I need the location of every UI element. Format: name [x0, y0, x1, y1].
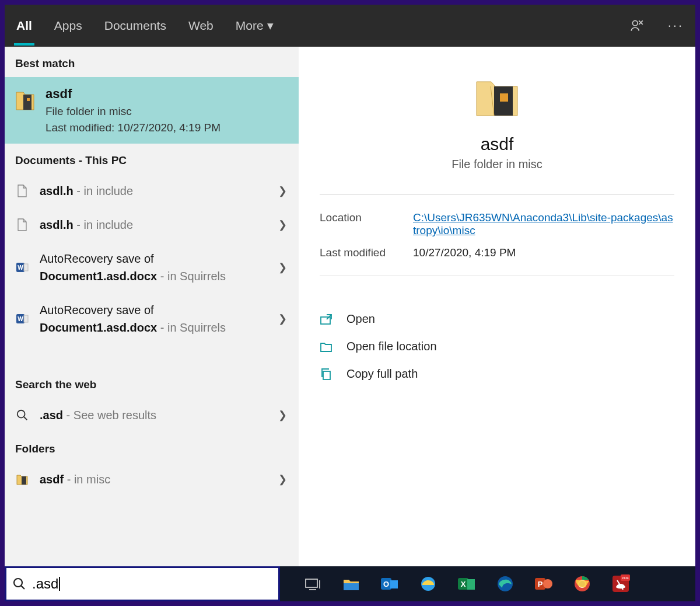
best-match-subtitle: File folder in misc	[46, 105, 220, 118]
action-copy-path[interactable]: Copy full path	[320, 360, 674, 388]
search-icon	[15, 409, 29, 422]
tab-more-label: More	[236, 19, 264, 33]
chevron-right-icon: ❯	[278, 261, 287, 274]
folder-icon	[15, 89, 35, 112]
file-explorer-icon[interactable]	[342, 574, 360, 593]
svg-rect-10	[22, 476, 26, 485]
edge-icon[interactable]	[496, 574, 514, 593]
svg-text:O: O	[383, 580, 389, 588]
preview-title: asdf	[299, 134, 695, 154]
result-item-file[interactable]: asdl.h - in include ❯	[5, 174, 299, 208]
svg-rect-23	[467, 579, 475, 590]
divider	[320, 276, 674, 276]
section-search-web: Search the web	[5, 368, 299, 398]
tab-web[interactable]: Web	[188, 19, 214, 33]
svg-rect-13	[323, 371, 330, 379]
svg-rect-19	[390, 580, 398, 588]
pdf-app-icon[interactable]: PDF	[611, 574, 630, 593]
result-item-web[interactable]: .asd - See web results ❯	[5, 398, 299, 432]
result-item-word[interactable]: W AutoRecovery save ofDocument1.asd.docx…	[5, 293, 299, 344]
divider	[320, 194, 674, 195]
svg-text:P: P	[538, 580, 543, 588]
chevron-right-icon: ❯	[278, 312, 287, 325]
svg-text:W: W	[18, 316, 23, 322]
preview-panel: asdf File folder in misc Location C:\Use…	[299, 47, 695, 566]
action-open-label: Open	[346, 312, 375, 326]
taskbar: O X P PDF	[280, 566, 695, 601]
section-folders: Folders	[5, 432, 299, 462]
feedback-icon[interactable]	[629, 18, 645, 33]
svg-text:W: W	[18, 264, 23, 271]
chevron-right-icon: ❯	[278, 409, 287, 422]
file-icon	[15, 218, 29, 231]
svg-rect-2	[27, 98, 30, 101]
result-item-word[interactable]: W AutoRecovery save ofDocument1.asd.docx…	[5, 242, 299, 293]
meta-modified: Last modified 10/27/2020, 4:19 PM	[299, 242, 695, 264]
chevron-down-icon: ▾	[267, 19, 274, 33]
folder-icon	[15, 473, 29, 486]
best-match-modified: Last modified: 10/27/2020, 4:19 PM	[46, 121, 220, 134]
svg-text:PDF: PDF	[622, 576, 629, 580]
copy-icon	[320, 368, 334, 381]
action-open-location[interactable]: Open file location	[320, 333, 674, 360]
word-doc-icon: W	[15, 261, 29, 274]
meta-location: Location C:\Users\JR635WN\Anaconda3\Lib\…	[299, 207, 695, 242]
svg-rect-12	[321, 317, 330, 324]
results-panel: Best match asdf File folder in misc Last…	[5, 47, 299, 566]
powerpoint-icon[interactable]: P	[534, 574, 553, 593]
action-open[interactable]: Open	[320, 305, 674, 333]
excel-icon[interactable]: X	[457, 574, 476, 593]
action-open-location-label: Open file location	[346, 340, 437, 353]
task-view-icon[interactable]	[303, 574, 322, 593]
svg-point-0	[632, 20, 638, 26]
more-options-icon[interactable]: ···	[668, 18, 684, 33]
section-best-match: Best match	[5, 47, 299, 77]
svg-rect-8	[24, 315, 28, 322]
meta-location-label: Location	[320, 211, 413, 237]
folder-open-icon	[320, 341, 334, 353]
chevron-right-icon: ❯	[278, 218, 287, 231]
outlook-icon[interactable]: O	[380, 574, 399, 593]
tab-more[interactable]: More ▾	[236, 19, 274, 33]
chevron-right-icon: ❯	[278, 184, 287, 197]
result-item-file[interactable]: asdl.h - in include ❯	[5, 208, 299, 242]
svg-point-9	[18, 410, 25, 418]
svg-point-27	[543, 579, 552, 588]
file-icon	[15, 184, 29, 197]
svg-rect-5	[24, 264, 28, 271]
best-match-title: asdf	[46, 86, 220, 102]
section-documents: Documents - This PC	[5, 144, 299, 174]
tab-all[interactable]: All	[16, 19, 32, 33]
meta-modified-value: 10/27/2020, 4:19 PM	[413, 246, 674, 259]
svg-rect-16	[344, 583, 359, 590]
svg-text:X: X	[461, 580, 466, 588]
svg-rect-15	[306, 579, 317, 587]
svg-rect-1	[23, 95, 32, 110]
chevron-right-icon: ❯	[278, 473, 287, 486]
search-box[interactable]: .asd	[5, 566, 280, 601]
svg-rect-11	[500, 93, 508, 102]
tab-documents[interactable]: Documents	[104, 19, 166, 33]
chrome-icon[interactable]	[573, 574, 592, 593]
word-doc-icon: W	[15, 312, 29, 325]
internet-explorer-icon[interactable]	[419, 574, 438, 593]
meta-modified-label: Last modified	[320, 246, 413, 259]
action-copy-path-label: Copy full path	[346, 367, 418, 381]
tab-apps[interactable]: Apps	[54, 19, 82, 33]
location-link[interactable]: C:\Users\JR635WN\Anaconda3\Lib\site-pack…	[413, 211, 673, 236]
result-item-folder[interactable]: asdf - in misc ❯	[5, 462, 299, 496]
best-match-item[interactable]: asdf File folder in misc Last modified: …	[5, 77, 299, 144]
search-filters-tabbar: All Apps Documents Web More ▾ ···	[5, 5, 695, 47]
preview-subtitle: File folder in misc	[299, 158, 695, 171]
preview-folder-icon	[299, 70, 695, 123]
open-icon	[320, 314, 334, 325]
